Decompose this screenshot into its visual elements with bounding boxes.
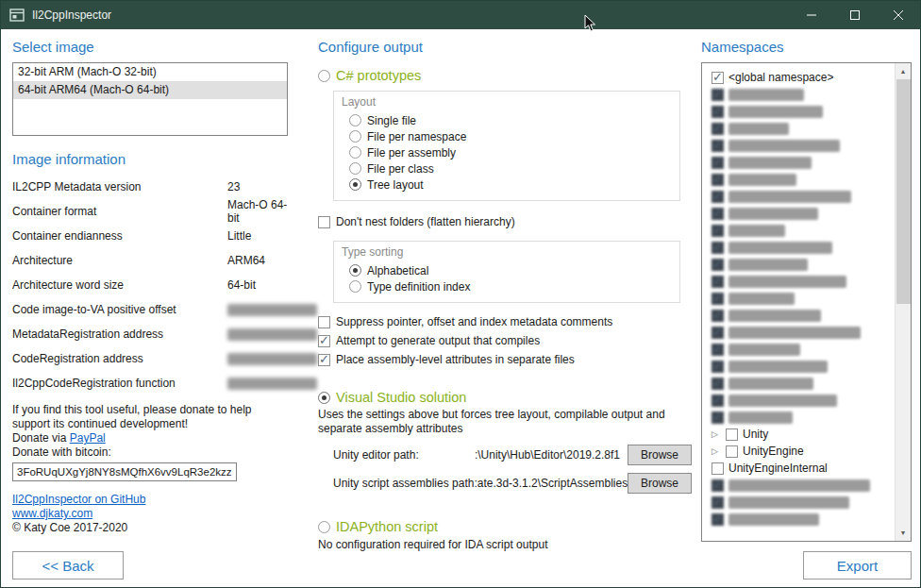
radio-button[interactable] bbox=[349, 130, 361, 143]
browse-button[interactable]: Browse bbox=[628, 445, 692, 465]
checkbox[interactable] bbox=[712, 123, 724, 135]
radio-button[interactable] bbox=[318, 70, 330, 82]
tree-item[interactable] bbox=[708, 358, 890, 375]
visual-studio-radio[interactable]: Visual Studio solution bbox=[318, 390, 692, 405]
tree-item[interactable] bbox=[708, 324, 890, 341]
scrollbar-thumb[interactable] bbox=[896, 79, 911, 304]
checkbox[interactable] bbox=[726, 445, 738, 458]
radio-button[interactable] bbox=[318, 392, 330, 404]
checkbox[interactable] bbox=[712, 496, 724, 509]
tree-item[interactable] bbox=[708, 222, 890, 239]
tree-item[interactable] bbox=[708, 375, 890, 392]
radio-button[interactable] bbox=[318, 521, 330, 533]
radio-button[interactable] bbox=[349, 114, 361, 126]
tree-item[interactable] bbox=[708, 409, 890, 426]
radio-option[interactable]: Alphabetical bbox=[342, 262, 670, 278]
checkbox[interactable] bbox=[712, 513, 724, 526]
tree-item[interactable] bbox=[708, 137, 890, 154]
radio-button[interactable] bbox=[349, 264, 361, 277]
tree-item[interactable] bbox=[708, 205, 890, 222]
radio-button[interactable] bbox=[349, 146, 361, 159]
tree-item[interactable] bbox=[708, 290, 890, 307]
csharp-prototypes-radio[interactable]: C# prototypes bbox=[318, 68, 692, 83]
paypal-link[interactable]: PayPal bbox=[70, 431, 106, 445]
checkbox[interactable] bbox=[318, 354, 330, 366]
checkbox[interactable] bbox=[712, 225, 724, 237]
tree-item[interactable] bbox=[708, 154, 890, 171]
github-link[interactable]: Il2CppInspector on GitHub bbox=[12, 493, 145, 506]
checkbox[interactable] bbox=[712, 378, 724, 390]
tree-item[interactable] bbox=[708, 239, 890, 256]
close-button[interactable] bbox=[877, 1, 920, 29]
checkbox[interactable] bbox=[712, 72, 724, 84]
browse-button[interactable]: Browse bbox=[628, 473, 692, 494]
checkbox-row[interactable]: Place assembly-level attributes in separ… bbox=[318, 350, 692, 369]
tree-item[interactable] bbox=[708, 256, 890, 273]
checkbox[interactable] bbox=[712, 106, 724, 118]
checkbox[interactable] bbox=[712, 361, 724, 373]
tree-item[interactable] bbox=[708, 477, 890, 494]
minimize-button[interactable] bbox=[790, 1, 833, 29]
radio-option[interactable]: Type definition index bbox=[342, 278, 670, 294]
tree-item[interactable]: ▷UnityEngine bbox=[708, 443, 890, 460]
export-button[interactable]: Export bbox=[803, 551, 912, 580]
scroll-up-icon[interactable]: ▲ bbox=[896, 63, 911, 79]
tree-item[interactable] bbox=[708, 392, 890, 409]
checkbox[interactable] bbox=[712, 174, 724, 186]
tree-item[interactable] bbox=[708, 341, 890, 358]
expander-icon[interactable]: ▷ bbox=[712, 429, 721, 439]
scroll-down-icon[interactable]: ▼ bbox=[896, 525, 911, 541]
tree-item[interactable] bbox=[708, 188, 890, 205]
checkbox[interactable] bbox=[726, 428, 738, 441]
bitcoin-address-input[interactable] bbox=[12, 462, 237, 481]
radio-option[interactable]: File per namespace bbox=[342, 128, 670, 144]
tree-item[interactable]: UnityEngineInternal bbox=[708, 460, 890, 477]
scrollbar[interactable]: ▲ ▼ bbox=[895, 63, 911, 541]
checkbox-row[interactable]: Attempt to generate output that compiles bbox=[318, 331, 692, 350]
checkbox[interactable] bbox=[712, 462, 724, 475]
tree-item[interactable] bbox=[708, 120, 890, 137]
checkbox[interactable] bbox=[318, 216, 330, 228]
radio-option[interactable]: Single file bbox=[342, 112, 670, 128]
tree-item[interactable] bbox=[708, 307, 890, 324]
checkbox-row[interactable]: Suppress pointer, offset and index metad… bbox=[318, 312, 692, 331]
checkbox[interactable] bbox=[318, 335, 330, 347]
checkbox[interactable] bbox=[712, 242, 724, 254]
checkbox[interactable] bbox=[712, 157, 724, 169]
title-bar[interactable]: Il2CppInspector bbox=[1, 1, 920, 29]
tree-item[interactable] bbox=[708, 494, 890, 511]
checkbox[interactable] bbox=[712, 259, 724, 271]
checkbox[interactable] bbox=[712, 310, 724, 322]
checkbox[interactable] bbox=[318, 316, 330, 328]
checkbox[interactable] bbox=[712, 89, 724, 101]
checkbox[interactable] bbox=[712, 276, 724, 288]
radio-button[interactable] bbox=[349, 178, 361, 191]
checkbox[interactable] bbox=[712, 140, 724, 152]
checkbox[interactable] bbox=[712, 208, 724, 220]
radio-button[interactable] bbox=[349, 162, 361, 175]
checkbox[interactable] bbox=[712, 327, 724, 339]
idapython-radio[interactable]: IDAPython script bbox=[318, 519, 692, 534]
maximize-button[interactable] bbox=[833, 1, 877, 29]
tree-item[interactable] bbox=[708, 103, 890, 120]
checkbox[interactable] bbox=[712, 479, 724, 492]
radio-button[interactable] bbox=[349, 280, 361, 293]
checkbox[interactable] bbox=[712, 344, 724, 356]
radio-option[interactable]: File per assembly bbox=[342, 144, 670, 160]
radio-option[interactable]: Tree layout bbox=[342, 176, 670, 193]
image-list-item[interactable]: 64-bit ARM64 (Mach-O 64-bit) bbox=[13, 81, 287, 99]
tree-item[interactable] bbox=[708, 511, 890, 528]
tree-item[interactable]: <global namespace> bbox=[708, 69, 890, 86]
checkbox[interactable] bbox=[712, 191, 724, 203]
website-link[interactable]: www.djkaty.com bbox=[12, 507, 92, 520]
checkbox[interactable] bbox=[712, 293, 724, 305]
flatten-checkbox-row[interactable]: Don't nest folders (flatten hierarchy) bbox=[318, 212, 692, 231]
tree-item[interactable] bbox=[708, 273, 890, 290]
expander-icon[interactable]: ▷ bbox=[712, 446, 721, 456]
tree-item[interactable] bbox=[708, 171, 890, 188]
tree-item[interactable]: ▷Unity bbox=[708, 426, 890, 443]
radio-option[interactable]: File per class bbox=[342, 160, 670, 176]
namespaces-tree[interactable]: <global namespace>▷Unity▷UnityEngineUnit… bbox=[701, 62, 912, 542]
back-button[interactable]: << Back bbox=[12, 551, 124, 580]
image-list-item[interactable]: 32-bit ARM (Mach-O 32-bit) bbox=[13, 63, 287, 81]
